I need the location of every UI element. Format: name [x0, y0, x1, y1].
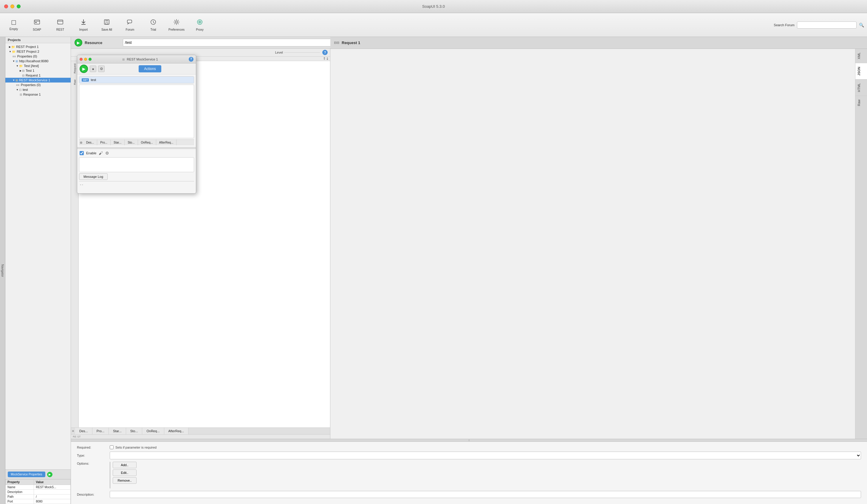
enable-checkbox[interactable]	[79, 151, 84, 155]
tree-arrow-project2: ▼	[9, 50, 11, 53]
tree-label-project2: REST Project 2	[17, 50, 39, 53]
mock-script-content[interactable]	[79, 85, 194, 138]
type-select[interactable]	[110, 452, 861, 459]
tree-item-mock-test[interactable]: ▼ ⊡ test	[6, 87, 71, 92]
mock-request-list: GET test	[79, 76, 194, 84]
tab-pro[interactable]: Pro...	[93, 428, 109, 434]
mock-tab-afterreq[interactable]: AfterReq...	[156, 140, 177, 145]
request-tab-label[interactable]: Request	[72, 61, 77, 76]
maximize-button[interactable]	[17, 4, 21, 8]
mock-script-small[interactable]	[79, 157, 194, 172]
tree-item-mock-properties[interactable]: ≡≡ Properties (0)	[6, 83, 71, 87]
service-icon-localhost: ⊞	[15, 59, 18, 63]
minimize-button[interactable]	[10, 4, 14, 8]
request-icon-indicator: ⊟⊟	[334, 41, 339, 45]
run-request-btn[interactable]: ▶	[75, 39, 82, 46]
scroll-down-icon[interactable]: ⇓	[326, 57, 329, 61]
resize-handle[interactable]: ⇕	[71, 439, 867, 442]
tree-item-project1[interactable]: ▶ 📁 REST Project 1	[6, 44, 71, 49]
soap-icon	[34, 19, 40, 27]
proxy-button[interactable]: Proxy	[189, 15, 211, 35]
tree-item-test1[interactable]: ▶ ⊟ Test 1	[6, 68, 71, 73]
mock-title-text: ⊞ REST MockService 1	[93, 57, 187, 61]
scroll-up-icon[interactable]: ⇑	[323, 57, 326, 61]
trial-button[interactable]: Trial	[142, 15, 164, 35]
mock-help-btn[interactable]: ?	[189, 57, 193, 62]
tab-afterreq[interactable]: AfterReq...	[164, 428, 189, 434]
mock-stop-btn[interactable]: ■	[90, 66, 96, 72]
edit-option-btn[interactable]: Edit..	[113, 469, 137, 476]
mock-minimize-btn[interactable]	[84, 58, 87, 61]
tree-item-request1[interactable]: ⊟ Request 1	[6, 73, 71, 78]
mock-list-item[interactable]: GET test	[79, 77, 194, 83]
type-select-wrap	[110, 452, 861, 459]
tree-item-localhost[interactable]: ▼ ⊞ http://localhost:8080	[6, 59, 71, 64]
close-button[interactable]	[4, 4, 8, 8]
side-tab-raw[interactable]: Raw	[855, 96, 867, 110]
tab-sto[interactable]: Sto...	[126, 428, 142, 434]
tab-des[interactable]: Des...	[75, 428, 93, 434]
col-value: Value	[34, 480, 71, 485]
tab-onreq[interactable]: OnReq...	[142, 428, 164, 434]
preferences-button[interactable]: Preferences	[166, 15, 187, 35]
play-properties-btn[interactable]: ▶	[47, 472, 53, 477]
prop-path-value[interactable]: /	[34, 494, 71, 499]
soap-button[interactable]: SOAP	[26, 15, 48, 35]
save-all-button[interactable]: Save All	[96, 15, 117, 35]
tree-bottom: MockService Properties ▶ Property Value …	[6, 469, 71, 504]
tree-arrow-test1: ▶	[20, 69, 21, 72]
mock-maximize-btn[interactable]	[88, 58, 92, 61]
required-checkbox[interactable]	[110, 445, 114, 449]
mock-settings-btn[interactable]: ⚙	[98, 66, 105, 72]
mock-play-btn[interactable]: ▶	[79, 65, 88, 73]
tree-item-test[interactable]: ▼ 📁 Test [/test]	[6, 64, 71, 68]
prop-port-value[interactable]: 8080	[34, 499, 71, 504]
svg-rect-0	[34, 20, 40, 24]
mock-tab-onreq[interactable]: OnReq...	[138, 140, 156, 145]
tree-item-mock-service[interactable]: ▼ ⊞ REST MockService 1	[6, 78, 71, 83]
remove-option-btn[interactable]: Remove..	[113, 477, 137, 484]
content-area: ▶ Resource ⇕ Parameters ⊡ + ?	[71, 37, 867, 504]
enable-label: Enable	[86, 151, 96, 155]
mock-tab-pro[interactable]: Pro...	[97, 140, 110, 145]
side-tab-json[interactable]: JSON	[855, 63, 867, 79]
tree-label-mock-service: REST MockService 1	[19, 78, 50, 82]
enable-gear-icon[interactable]: ⚙	[105, 151, 109, 155]
empty-button[interactable]: ☐ Empty	[3, 15, 24, 35]
mock-tab-star[interactable]: Star...	[110, 140, 125, 145]
rest-button[interactable]: ≡ REST	[50, 15, 71, 35]
side-tab-html[interactable]: HTML	[855, 79, 867, 96]
description-input[interactable]	[110, 491, 861, 498]
add-option-btn[interactable]: Add..	[113, 462, 137, 468]
level-help-btn[interactable]: ?	[322, 50, 328, 55]
mock-tab-sto[interactable]: Sto...	[125, 140, 138, 145]
proxy-label: Proxy	[196, 28, 204, 31]
raw-tab-label[interactable]: Raw	[72, 77, 77, 87]
mock-close-btn[interactable]	[79, 58, 83, 61]
navigator-label: Navigator	[1, 264, 4, 277]
get-badge: GET	[82, 78, 89, 81]
mock-actions-btn[interactable]: Actions	[139, 65, 161, 73]
mock-tab-des[interactable]: Des...	[83, 140, 97, 145]
navigator-sidebar: Navigator	[0, 37, 6, 504]
search-input[interactable]	[797, 21, 857, 29]
options-list[interactable]	[110, 462, 110, 489]
tree-item-response1[interactable]: ⊟ Response 1	[6, 92, 71, 97]
tree-item-project2[interactable]: ▼ 📁 REST Project 2	[6, 49, 71, 54]
message-log-btn[interactable]: Message Log	[79, 173, 108, 180]
mock-bottom-textarea[interactable]: --	[79, 183, 193, 191]
mock-title-icon: ⊞	[122, 58, 125, 61]
prop-name-value[interactable]: REST MockS...	[34, 485, 71, 490]
import-icon	[80, 19, 87, 27]
forum-button[interactable]: Forum	[119, 15, 141, 35]
svg-rect-9	[106, 23, 108, 24]
tab-star[interactable]: Star...	[109, 428, 126, 434]
prop-desc-value[interactable]	[34, 490, 71, 494]
request-icon: ⊟	[22, 74, 24, 77]
enable-paint-icon[interactable]: 🖌	[99, 151, 103, 155]
import-button[interactable]: Import	[73, 15, 94, 35]
mock-service-properties-btn[interactable]: MockService Properties	[8, 472, 45, 477]
tree-content[interactable]: ▶ 📁 REST Project 1 ▼ 📁 REST Project 2 ≡≡…	[6, 43, 71, 469]
tree-item-properties[interactable]: ≡≡ Properties (0)	[6, 54, 71, 59]
side-tab-xml[interactable]: XML	[855, 48, 867, 63]
